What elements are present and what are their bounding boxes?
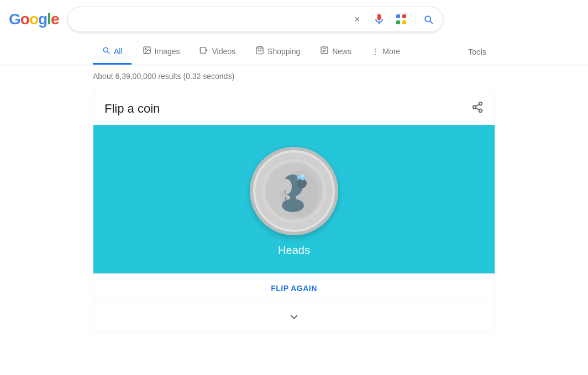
logo-letter-g2: g xyxy=(38,10,47,28)
coin-card: Flip a coin xyxy=(93,92,495,331)
svg-rect-1 xyxy=(402,14,406,18)
tab-videos[interactable]: Videos xyxy=(191,39,244,65)
svg-rect-6 xyxy=(201,47,206,54)
svg-rect-0 xyxy=(396,14,400,18)
logo-letter-e: e xyxy=(51,10,59,28)
search-button[interactable] xyxy=(423,14,434,25)
nav-tabs: All Images Videos Shopping News ⋮ More T… xyxy=(0,39,588,65)
search-bar: Flip a coin × xyxy=(67,7,443,32)
tab-videos-label: Videos xyxy=(212,47,235,56)
share-icon xyxy=(471,101,484,113)
coin-card-title: Flip a coin xyxy=(104,102,160,116)
logo-letter-o1: o xyxy=(20,10,29,28)
tab-more[interactable]: ⋮ More xyxy=(363,40,409,64)
svg-rect-2 xyxy=(396,20,400,24)
images-tab-icon xyxy=(143,46,151,56)
tab-all-label: All xyxy=(114,47,123,56)
svg-point-21 xyxy=(282,199,304,212)
search-magnifier-icon xyxy=(423,14,434,25)
mic-button[interactable] xyxy=(371,12,387,27)
svg-line-14 xyxy=(476,108,479,110)
search-input[interactable]: Flip a coin xyxy=(77,14,345,24)
coin-inner xyxy=(255,152,333,230)
svg-point-23 xyxy=(281,179,292,194)
clear-button[interactable]: × xyxy=(349,12,365,27)
coin-card-header: Flip a coin xyxy=(93,92,495,125)
coin[interactable] xyxy=(250,147,338,235)
coin-result-label: Heads xyxy=(278,244,310,257)
svg-rect-3 xyxy=(402,20,406,24)
clear-icon: × xyxy=(354,14,360,25)
videos-tab-icon xyxy=(200,46,208,56)
logo-letter-g: G xyxy=(9,10,20,28)
header: Google Flip a coin × xyxy=(0,0,588,39)
logo-letter-o2: o xyxy=(29,10,38,28)
svg-point-5 xyxy=(145,49,146,50)
news-tab-icon xyxy=(320,46,329,56)
logo-letter-l: l xyxy=(47,10,51,28)
coin-heads-svg xyxy=(261,158,327,224)
flip-again-section: FLIP AGAIN xyxy=(93,273,495,303)
flip-again-button[interactable]: FLIP AGAIN xyxy=(271,284,317,293)
share-button[interactable] xyxy=(471,101,484,116)
lens-button[interactable] xyxy=(393,12,409,27)
more-tab-icon: ⋮ xyxy=(371,47,379,56)
chevron-down-icon xyxy=(288,311,300,323)
tools-button[interactable]: Tools xyxy=(459,41,495,63)
search-icons: × xyxy=(349,12,434,27)
tab-images[interactable]: Images xyxy=(134,39,189,65)
svg-line-15 xyxy=(476,104,479,107)
shopping-tab-icon xyxy=(255,46,264,56)
all-tab-icon xyxy=(102,46,111,56)
expand-section[interactable] xyxy=(93,303,495,331)
mic-icon xyxy=(372,13,386,26)
tab-news[interactable]: News xyxy=(311,39,360,65)
tab-news-label: News xyxy=(332,47,351,56)
google-logo[interactable]: Google xyxy=(9,10,59,28)
coin-display: Heads xyxy=(93,125,495,273)
tab-shopping-label: Shopping xyxy=(267,47,300,56)
search-divider xyxy=(416,13,416,26)
lens-icon xyxy=(395,13,408,26)
results-info: About 6,39,00,000 results (0.32 seconds) xyxy=(0,67,588,85)
tab-all[interactable]: All xyxy=(93,39,132,65)
tab-shopping[interactable]: Shopping xyxy=(246,39,309,65)
tab-more-label: More xyxy=(382,47,400,56)
tab-images-label: Images xyxy=(155,47,180,56)
main-content: Flip a coin xyxy=(0,85,588,338)
results-count-text: About 6,39,00,000 results (0.32 seconds) xyxy=(93,72,234,81)
